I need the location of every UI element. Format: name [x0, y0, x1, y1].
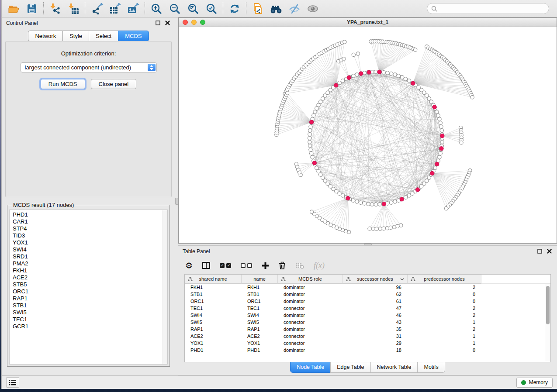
graph-node[interactable]	[309, 148, 312, 151]
task-history-button[interactable]	[6, 377, 19, 388]
graph-node[interactable]	[429, 100, 433, 103]
graph-node[interactable]	[317, 103, 320, 107]
mcds-result-item[interactable]: STB5	[13, 281, 161, 288]
table-row[interactable]: ORC1ORC1dominator610	[185, 298, 545, 305]
graph-node[interactable]	[435, 110, 439, 113]
graph-node[interactable]	[399, 224, 403, 227]
graph-node[interactable]	[382, 227, 385, 230]
graph-node[interactable]	[341, 194, 344, 197]
refresh-button[interactable]	[225, 1, 244, 16]
tab-mcds[interactable]: MCDS	[118, 31, 149, 41]
export-table-button[interactable]	[106, 1, 124, 16]
graph-node[interactable]	[392, 225, 396, 229]
graph-node[interactable]	[311, 155, 314, 159]
add-column-button[interactable]	[262, 262, 269, 269]
graph-hub-node[interactable]	[432, 105, 436, 109]
graph-node[interactable]	[438, 155, 441, 159]
table-splitter[interactable]	[178, 244, 557, 245]
column-header-successor-nodes[interactable]: successor nodes	[343, 275, 408, 284]
search-binoculars-button[interactable]	[267, 1, 285, 16]
table-row[interactable]: STB1STB1dominator620	[185, 291, 545, 298]
tab-edge-table[interactable]: Edge Table	[330, 362, 370, 373]
graph-node[interactable]	[427, 97, 431, 100]
mcds-result-item[interactable]: STP4	[13, 225, 161, 232]
table-row[interactable]: SWI4SWI4dominator462	[185, 312, 545, 319]
zoom-fit-button[interactable]	[184, 1, 202, 16]
graph-node[interactable]	[312, 113, 315, 117]
graph-node[interactable]	[378, 227, 382, 230]
mcds-result-item[interactable]: SRD1	[13, 253, 161, 260]
graph-node[interactable]	[460, 141, 463, 144]
memory-button[interactable]: Memory	[516, 378, 553, 388]
mcds-result-item[interactable]: RAP1	[13, 295, 161, 302]
graph-node[interactable]	[308, 136, 311, 140]
close-window-button[interactable]	[183, 20, 188, 25]
show-hidden-button[interactable]	[304, 1, 322, 16]
mcds-result-item[interactable]: PMA2	[13, 260, 161, 267]
mcds-result-item[interactable]: FKH1	[13, 267, 161, 274]
graph-node[interactable]	[368, 227, 371, 230]
graph-node[interactable]	[389, 226, 392, 229]
graph-node[interactable]	[367, 202, 370, 206]
graph-node[interactable]	[378, 203, 381, 206]
graph-node[interactable]	[400, 76, 404, 79]
graph-node[interactable]	[396, 224, 399, 228]
graph-node[interactable]	[338, 81, 341, 84]
graph-hub-node[interactable]	[347, 76, 351, 79]
graph-node[interactable]	[294, 162, 298, 166]
tab-network-table[interactable]: Network Table	[370, 362, 418, 373]
graph-node[interactable]	[438, 117, 441, 121]
graph-hub-node[interactable]	[400, 197, 404, 201]
tab-motifs[interactable]: Motifs	[417, 362, 445, 373]
graph-node[interactable]	[397, 74, 400, 78]
graph-node[interactable]	[385, 226, 389, 230]
graph-node[interactable]	[407, 79, 411, 83]
graph-node[interactable]	[370, 203, 374, 206]
splitter-grip[interactable]	[175, 198, 178, 205]
graph-node[interactable]	[411, 192, 414, 195]
graph-node[interactable]	[317, 169, 320, 173]
column-header-mcds-role[interactable]: MCDS role	[278, 275, 343, 284]
graph-node[interactable]	[382, 70, 385, 74]
minimize-window-button[interactable]	[191, 20, 197, 25]
tab-style[interactable]: Style	[62, 31, 89, 41]
graph-hub-node[interactable]	[430, 171, 434, 175]
copy-network-button[interactable]	[249, 1, 267, 16]
graph-node[interactable]	[404, 196, 407, 199]
graph-node[interactable]	[318, 100, 322, 103]
graph-node[interactable]	[351, 199, 355, 202]
close-panel-action-button[interactable]: Close panel	[91, 79, 137, 89]
table-scrollbar[interactable]	[545, 284, 550, 362]
save-session-button[interactable]	[23, 1, 41, 16]
graph-hub-node[interactable]	[367, 70, 371, 74]
column-header-predecessor-nodes[interactable]: predecessor nodes	[408, 275, 481, 284]
graph-node[interactable]	[308, 144, 311, 148]
graph-node[interactable]	[351, 74, 355, 78]
graph-hub-node[interactable]	[377, 70, 381, 74]
network-graph[interactable]	[179, 27, 557, 243]
graph-node[interactable]	[389, 201, 393, 204]
maximize-window-button[interactable]	[200, 20, 205, 25]
mcds-result-item[interactable]: ACE2	[13, 274, 161, 281]
graph-node[interactable]	[343, 40, 346, 44]
graph-node[interactable]	[404, 77, 407, 81]
export-image-button[interactable]	[124, 1, 142, 16]
float-table-panel-button[interactable]	[536, 248, 543, 255]
table-row[interactable]: ACE2ACE2connector311	[185, 333, 545, 340]
graph-node[interactable]	[356, 52, 360, 55]
table-row[interactable]: FKH1FKH1dominator962	[185, 284, 545, 291]
graph-node[interactable]	[359, 201, 362, 204]
mcds-result-item[interactable]: SWI5	[13, 309, 161, 316]
graph-node[interactable]	[374, 203, 377, 206]
tab-network[interactable]: Network	[28, 31, 63, 41]
graph-hub-node[interactable]	[312, 161, 316, 165]
delete-column-button[interactable]	[279, 261, 286, 269]
graph-hub-node[interactable]	[309, 120, 313, 124]
zoom-in-button[interactable]	[147, 1, 166, 16]
table-settings-button[interactable]: ⚙	[185, 261, 193, 270]
zoom-out-button[interactable]	[166, 1, 184, 16]
network-window-titlebar[interactable]: YPA_prune.txt_1	[179, 18, 557, 27]
graph-node[interactable]	[386, 71, 389, 75]
graph-node[interactable]	[308, 140, 311, 144]
graph-node[interactable]	[355, 200, 359, 203]
